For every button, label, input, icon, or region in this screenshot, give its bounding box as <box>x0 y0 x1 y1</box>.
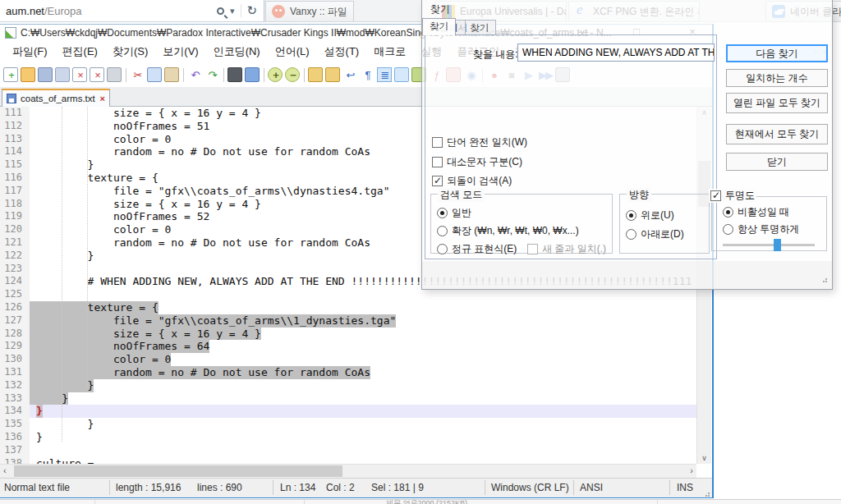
address-bar[interactable]: aum.net/Europa ▾ ↻ <box>0 0 264 22</box>
scroll-right-icon[interactable]: › <box>690 465 693 475</box>
doc-map-icon[interactable] <box>394 67 409 82</box>
menu-item[interactable]: 파일(F) <box>5 42 55 62</box>
match-case-checkbox[interactable]: 대소문자 구분(C) <box>432 155 522 169</box>
close-all-icon[interactable]: × <box>90 67 104 82</box>
print-icon[interactable] <box>107 67 122 82</box>
line-text: random = no # Do not use for random CoAs <box>30 366 370 379</box>
line-number: 134 <box>0 405 30 418</box>
menu-item[interactable]: 찾기(S) <box>105 42 155 62</box>
scroll-down-icon[interactable]: ∨ <box>697 454 711 462</box>
line-text: } <box>30 392 68 405</box>
save-icon[interactable] <box>38 67 53 82</box>
find-next-button[interactable]: 다음 찾기 <box>726 44 828 62</box>
replace-icon[interactable] <box>245 67 260 82</box>
browser-tab[interactable]: Vanxy :: 파일 <box>265 1 354 21</box>
count-button[interactable]: 일치하는 개수 <box>726 69 828 87</box>
line-number: 133 <box>0 392 30 405</box>
show-all-chars-icon[interactable]: ¶ <box>360 67 375 82</box>
editor-line[interactable]: 136 } <box>0 431 696 444</box>
transparency-checkbox[interactable]: 투명도 <box>709 189 756 203</box>
status-selection: Sel : 181 | 9 <box>371 482 424 493</box>
line-text <box>30 288 36 301</box>
save-all-icon[interactable] <box>55 67 70 82</box>
editor-line[interactable]: 126 texture = { <box>0 301 696 314</box>
zoom-in-icon[interactable]: + <box>268 67 283 82</box>
slider-thumb[interactable] <box>774 239 781 251</box>
find-dialog: 찾기 찾기바꾸기파일에서 찾기책갈피 찾을 내용: WHEN ADDING NE… <box>421 0 833 290</box>
wrap-around-checkbox[interactable]: 되돌이 검색(A) <box>432 174 512 188</box>
toolbar-separator <box>304 68 305 82</box>
zoom-out-icon[interactable]: − <box>285 67 300 82</box>
horizontal-scrollbar[interactable]: ‹ › <box>0 464 696 478</box>
tab-close-icon[interactable]: × <box>100 94 105 103</box>
editor-line[interactable]: 134 } <box>0 405 696 418</box>
refresh-icon[interactable]: ↻ <box>246 3 257 18</box>
editor-line[interactable]: 129 noOfFrames = 64 <box>0 340 696 353</box>
direction-up-radio[interactable]: 위로(U) <box>626 208 674 222</box>
status-insert-mode: INS <box>677 482 693 493</box>
menu-item[interactable]: 언어(L) <box>268 42 317 62</box>
menu-item[interactable]: 편집(E) <box>55 42 105 62</box>
editor-line[interactable]: 130 color = 0 <box>0 353 696 366</box>
menu-item[interactable]: 보기(V) <box>155 42 205 62</box>
line-text: random = no # Do not use for random CoAs <box>30 145 370 158</box>
radio-icon <box>437 244 448 254</box>
direction-down-radio[interactable]: 아래로(D) <box>626 227 684 241</box>
search-caret-icon[interactable]: ▾ <box>230 6 235 16</box>
wordwrap-icon[interactable]: ↩ <box>342 67 357 82</box>
radio-icon <box>626 229 636 240</box>
dialog-resize-grip[interactable] <box>820 276 828 283</box>
open-folder-icon[interactable] <box>21 67 35 82</box>
dialog-tab-find[interactable]: 찾기 <box>422 18 456 35</box>
toolbar-separator <box>264 68 264 82</box>
find-what-combobox[interactable]: WHEN ADDING NEW, ALWAYS ADD AT THE END <box>517 44 715 62</box>
menu-item[interactable]: 인코딩(N) <box>206 42 268 62</box>
transparency-slider[interactable] <box>723 239 815 251</box>
find-all-current-button[interactable]: 현재에서 모두 찾기 <box>726 124 828 144</box>
mode-regex-radio[interactable]: 정규 표현식(E) <box>437 242 517 256</box>
editor-line[interactable]: 137 <box>0 444 696 457</box>
scroll-left-icon[interactable]: ‹ <box>3 465 7 475</box>
window-resize-grip[interactable] <box>703 490 710 497</box>
transparency-on-inactive-radio[interactable]: 비활성일 때 <box>723 205 789 219</box>
editor-line[interactable]: 131 random = no # Do not use for random … <box>0 366 696 379</box>
line-number: 138 <box>0 457 30 464</box>
search-icon[interactable] <box>217 7 224 15</box>
mode-normal-radio[interactable]: 일반 <box>437 206 471 220</box>
undo-icon[interactable]: ↶ <box>187 67 202 82</box>
sync-v-icon[interactable] <box>308 67 323 82</box>
editor-line[interactable]: 128 size = { x = 16 y = 4 } <box>0 328 696 341</box>
cut-icon[interactable]: ✂ <box>130 67 145 82</box>
indent-guide <box>87 107 88 390</box>
address-url: aum.net/Europa <box>0 5 217 17</box>
match-whole-word-checkbox[interactable]: 단어 완전 일치(W) <box>432 135 527 149</box>
redo-icon[interactable]: ↷ <box>205 67 219 82</box>
editor-line[interactable]: 127 file = "gfx\\coats_of_arms\\1_dynast… <box>0 314 696 328</box>
indent-guide-icon[interactable]: ≣ <box>377 67 392 82</box>
editor-line[interactable]: 138 culture = <box>0 457 696 464</box>
horizontal-scrollbar-thumb[interactable] <box>14 465 342 477</box>
editor-line[interactable]: 125 <box>0 288 696 301</box>
document-tab[interactable]: coats_of_arms.txt × <box>2 89 110 107</box>
copy-icon[interactable] <box>147 67 162 82</box>
close-button[interactable]: 닫기 <box>726 153 828 171</box>
new-file-icon[interactable]: + <box>3 67 18 82</box>
transparency-always-radio[interactable]: 항상 투명하게 <box>723 222 799 236</box>
menu-item[interactable]: 매크로 <box>366 42 413 62</box>
sync-h-icon[interactable] <box>325 67 340 82</box>
find-icon[interactable] <box>227 67 242 82</box>
editor-line[interactable]: 133 } <box>0 392 696 405</box>
line-number: 128 <box>0 328 30 341</box>
toolbar-separator <box>223 68 224 82</box>
dialog-bottom-strip <box>422 261 832 289</box>
line-number: 129 <box>0 340 30 353</box>
menu-item[interactable]: 설정(T) <box>317 42 367 62</box>
editor-line[interactable]: 132 } <box>0 379 696 392</box>
editor-line[interactable]: 135 } <box>0 418 696 431</box>
status-encoding: ANSI <box>580 482 603 493</box>
line-number: 117 <box>0 185 30 198</box>
mode-extended-radio[interactable]: 확장 (₩n, ₩r, ₩t, ₩0, ₩x...) <box>437 224 579 238</box>
find-all-open-files-button[interactable]: 열린 파일 모두 찾기 <box>726 93 828 113</box>
paste-icon[interactable] <box>164 67 179 82</box>
close-doc-icon[interactable]: × <box>72 67 87 82</box>
